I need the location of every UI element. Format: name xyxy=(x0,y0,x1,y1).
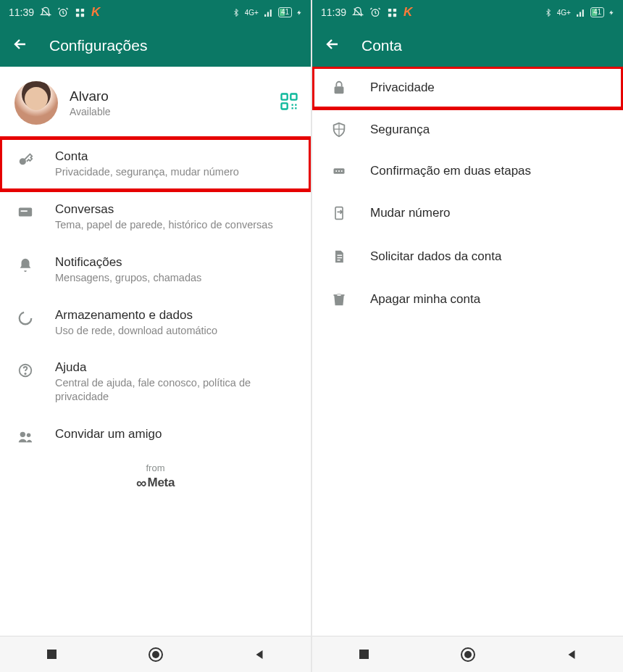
account-row-two-step[interactable]: Confirmação em duas etapas xyxy=(312,151,623,191)
svg-rect-7 xyxy=(282,103,288,109)
nav-back-button[interactable] xyxy=(550,648,593,661)
settings-row-invite[interactable]: Convidar um amigo xyxy=(0,415,311,457)
svg-rect-24 xyxy=(388,8,391,11)
svg-rect-37 xyxy=(359,650,369,659)
people-icon xyxy=(14,427,36,445)
phone-change-icon xyxy=(328,204,350,222)
shield-icon xyxy=(328,122,350,138)
svg-point-30 xyxy=(335,170,337,172)
svg-rect-5 xyxy=(282,94,288,100)
row-subtitle: Tema, papel de parede, histórico de conv… xyxy=(55,218,299,232)
row-title: Armazenamento e dados xyxy=(55,308,299,323)
app-bar: Configurações xyxy=(0,25,311,67)
row-title: Segurança xyxy=(370,123,611,137)
svg-point-22 xyxy=(152,651,159,658)
status-bar: 11:39 K 4G+ 41 xyxy=(0,0,311,25)
alarm-icon xyxy=(57,7,69,18)
qr-code-icon[interactable] xyxy=(279,91,299,115)
app-bar: Conta xyxy=(312,25,623,67)
document-icon xyxy=(328,248,350,265)
row-title: Conta xyxy=(55,149,299,164)
status-bar: 11:39 K 4G+ 41 xyxy=(312,0,623,25)
svg-rect-27 xyxy=(393,13,396,16)
row-title: Solicitar dados da conta xyxy=(370,249,611,264)
svg-rect-10 xyxy=(292,107,293,109)
status-k-icon: K xyxy=(404,5,412,20)
notification-mute-icon xyxy=(40,7,51,18)
row-subtitle: Privacidade, segurança, mudar número xyxy=(55,165,299,179)
svg-point-15 xyxy=(20,312,32,324)
svg-rect-34 xyxy=(338,255,343,256)
page-title: Configurações xyxy=(49,37,147,54)
svg-point-17 xyxy=(25,373,25,374)
row-subtitle: Uso de rede, download automático xyxy=(55,324,299,338)
svg-rect-36 xyxy=(338,260,340,260)
account-row-change-number[interactable]: Mudar número xyxy=(312,191,623,235)
svg-point-19 xyxy=(27,434,31,438)
svg-rect-4 xyxy=(81,13,84,16)
key-icon xyxy=(14,149,36,167)
bluetooth-icon xyxy=(544,7,553,18)
svg-rect-13 xyxy=(19,207,32,216)
nav-home-button[interactable] xyxy=(446,647,490,663)
svg-rect-20 xyxy=(47,650,57,659)
android-nav-bar xyxy=(0,636,311,672)
svg-point-18 xyxy=(20,432,25,437)
data-usage-icon xyxy=(14,308,36,326)
notification-mute-icon xyxy=(352,7,364,18)
profile-status: Available xyxy=(70,106,267,117)
settings-row-chats[interactable]: Conversas Tema, papel de parede, históri… xyxy=(0,191,311,244)
lock-icon xyxy=(328,80,350,96)
svg-rect-2 xyxy=(81,8,84,11)
bell-icon xyxy=(14,255,36,273)
nav-recent-button[interactable] xyxy=(343,648,386,660)
nav-recent-button[interactable] xyxy=(30,648,74,660)
row-title: Mudar número xyxy=(370,206,611,220)
battery-icon: 41 xyxy=(590,7,604,17)
settings-row-notifications[interactable]: Notificações Mensagens, grupos, chamadas xyxy=(0,244,311,296)
svg-rect-3 xyxy=(76,13,79,16)
footer-from: from ∞ Meta xyxy=(0,462,311,491)
row-subtitle: Central de ajuda, fale conosco, política… xyxy=(55,376,299,404)
back-button[interactable] xyxy=(324,36,347,56)
settings-row-storage[interactable]: Armazenamento e dados Uso de rede, downl… xyxy=(0,296,311,349)
account-row-security[interactable]: Segurança xyxy=(312,109,623,151)
network-type: 4G+ xyxy=(557,9,571,17)
svg-point-31 xyxy=(338,170,340,172)
svg-rect-1 xyxy=(76,8,79,11)
status-k-icon: K xyxy=(91,5,100,20)
svg-rect-35 xyxy=(338,257,343,258)
account-row-request-info[interactable]: Solicitar dados da conta xyxy=(312,235,623,278)
svg-rect-8 xyxy=(292,104,293,106)
row-title: Ajuda xyxy=(55,360,299,375)
screenshot-left: 11:39 K 4G+ 41 xyxy=(0,0,311,672)
row-title: Privacidade xyxy=(370,80,611,95)
screenshot-right: 11:39 K 4G+ 41 Conta Privacidade xyxy=(312,0,623,672)
svg-rect-25 xyxy=(393,8,396,11)
profile-name: Alvaro xyxy=(70,88,267,104)
profile-row[interactable]: Alvaro Available xyxy=(0,67,311,138)
android-nav-bar xyxy=(312,636,623,672)
apps-grid-icon xyxy=(75,7,85,18)
account-row-delete[interactable]: Apagar minha conta xyxy=(312,278,623,320)
nav-home-button[interactable] xyxy=(134,647,177,663)
account-row-privacy[interactable]: Privacidade xyxy=(312,67,623,109)
row-subtitle: Mensagens, grupos, chamadas xyxy=(55,271,299,285)
svg-point-39 xyxy=(464,651,472,658)
settings-row-account[interactable]: Conta Privacidade, segurança, mudar núme… xyxy=(0,138,311,191)
battery-icon: 41 xyxy=(278,7,292,17)
trash-icon xyxy=(328,291,350,307)
row-title: Convidar um amigo xyxy=(55,427,299,441)
nav-back-button[interactable] xyxy=(238,648,281,661)
settings-row-help[interactable]: Ajuda Central de ajuda, fale conosco, po… xyxy=(0,349,311,415)
back-button[interactable] xyxy=(12,36,35,56)
bluetooth-icon xyxy=(232,7,241,18)
apps-grid-icon xyxy=(387,7,398,18)
status-time: 11:39 xyxy=(9,7,34,18)
charging-icon xyxy=(609,8,614,17)
svg-point-32 xyxy=(341,170,343,172)
row-title: Confirmação em duas etapas xyxy=(370,164,611,178)
row-title: Apagar minha conta xyxy=(370,292,611,307)
alarm-icon xyxy=(369,7,381,18)
status-time: 11:39 xyxy=(321,7,346,18)
